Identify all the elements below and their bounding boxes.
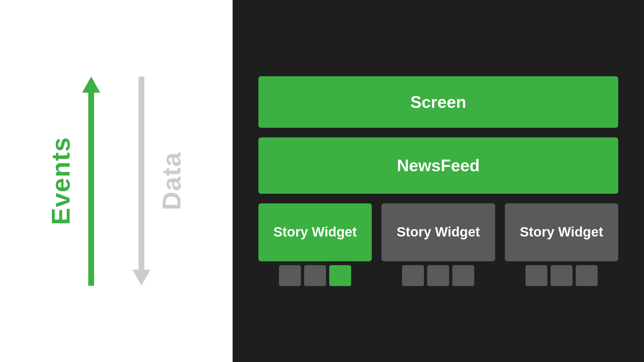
events-group: Events	[46, 77, 100, 286]
story-widget-label-2: Story Widget	[397, 224, 480, 240]
arrow-down-line	[139, 77, 144, 270]
newsfeed-block: NewsFeed	[258, 137, 618, 194]
story-widget-group-3: Story Widget	[505, 203, 618, 286]
story-widget-block-1: Story Widget	[258, 203, 372, 261]
arrow-up-line	[88, 93, 94, 286]
sub-block-2-3	[452, 265, 474, 286]
sub-blocks-2	[381, 265, 495, 286]
story-widgets-row: Story Widget Story Widget Story Widget	[258, 203, 618, 286]
sub-block-3-3	[576, 265, 598, 286]
screen-block: Screen	[258, 76, 618, 128]
story-widget-group-2: Story Widget	[381, 203, 495, 286]
screen-label: Screen	[410, 92, 466, 112]
data-label: Data	[157, 152, 187, 210]
events-label: Events	[46, 137, 76, 225]
right-panel: Screen NewsFeed Story Widget Story Widge…	[233, 0, 644, 362]
arrow-down-head	[132, 270, 150, 286]
sub-block-2-1	[402, 265, 424, 286]
arrow-up-head	[82, 77, 100, 93]
story-widget-group-1: Story Widget	[258, 203, 372, 286]
story-widget-label-1: Story Widget	[274, 224, 357, 240]
story-widget-block-2: Story Widget	[381, 203, 495, 261]
sub-block-3-2	[551, 265, 572, 286]
story-widget-label-3: Story Widget	[520, 224, 603, 240]
events-arrow-up	[82, 77, 100, 286]
sub-blocks-3	[505, 265, 618, 286]
sub-block-1-3	[329, 265, 351, 286]
sub-blocks-1	[258, 265, 372, 286]
newsfeed-label: NewsFeed	[397, 156, 480, 175]
sub-block-1-1	[279, 265, 301, 286]
data-group: Data	[132, 77, 187, 286]
left-panel: Events Data	[0, 0, 233, 362]
sub-block-2-2	[427, 265, 449, 286]
data-arrow-down	[132, 77, 150, 286]
sub-block-1-2	[304, 265, 326, 286]
sub-block-3-1	[525, 265, 547, 286]
arrows-container: Events Data	[46, 0, 187, 362]
story-widget-block-3: Story Widget	[505, 203, 618, 261]
